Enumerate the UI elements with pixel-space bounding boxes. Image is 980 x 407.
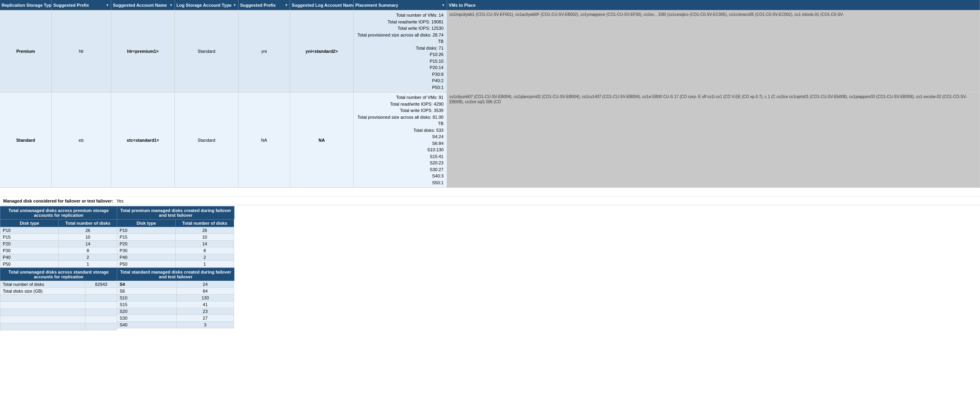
table-row: S40 3	[117, 322, 234, 328]
cell-prefix-standard: xtc	[52, 93, 111, 187]
table-row: P20 14	[0, 241, 117, 247]
table-row: S20 23	[117, 308, 234, 315]
col-header-vms[interactable]: VMs to Place	[447, 0, 980, 10]
placement-summary-premium: Total number of VMs: 14 Total read/write…	[354, 10, 447, 92]
bottom-sub-tables: Total unmanaged disks across standard st…	[0, 268, 980, 330]
col-disk-type-2: Disk type	[117, 220, 176, 227]
spreadsheet: Replication Storage Type ▼ Suggested Pre…	[0, 0, 980, 407]
table-row: S30 27	[117, 315, 234, 322]
premium-unmanaged-table: Total unmanaged disks across premium sto…	[0, 206, 117, 268]
col-header-replication[interactable]: Replication Storage Type ▼	[0, 0, 52, 10]
table-row	[0, 295, 117, 302]
premium-managed-table: Total premium managed disks created duri…	[117, 206, 234, 268]
table-row	[0, 302, 117, 309]
col-total-disks-2: Total number of disks	[176, 220, 234, 227]
table-row: P40 2	[117, 254, 234, 261]
cell-log-prefix-standard: NA	[238, 93, 290, 187]
table-row: P30 8	[117, 247, 234, 254]
col-header-log-storage[interactable]: Log Storage Account Type ▼	[175, 0, 238, 10]
empty-row	[0, 188, 980, 197]
vms-premium: co1mpcitywb1 (CO1-CU-SV-EF001), co1acity…	[447, 10, 980, 92]
standard-unmanaged-table: Total unmanaged disks across standard st…	[0, 268, 117, 330]
cell-log-account-name-standard: NA	[290, 93, 354, 187]
filter-icon[interactable]: ▼	[233, 3, 236, 7]
cell-replication-standard: Standard	[0, 93, 52, 187]
placement-summary-standard: Total number of VMs: 91 Total read/write…	[354, 93, 447, 187]
top-sub-tables: Total unmanaged disks across premium sto…	[0, 206, 980, 268]
cell-prefix-premium: hlr	[52, 10, 111, 92]
col-header-prefix1[interactable]: Suggested Prefix ▼	[52, 0, 111, 10]
table-row	[0, 323, 117, 330]
data-row-standard: Standard xtc xtc<standard1> Standard NA …	[0, 93, 980, 188]
cell-replication-premium: Premium	[0, 10, 52, 92]
table-row: P30 8	[0, 247, 117, 254]
table-row: Total disks size (GB)	[0, 288, 117, 295]
table-row	[0, 309, 117, 316]
standard-unmanaged-header: Total unmanaged disks across standard st…	[0, 268, 117, 281]
col-disk-type: Disk type	[0, 220, 59, 227]
table-row: P10 26	[117, 227, 234, 234]
cell-log-storage-standard: Standard	[175, 93, 238, 187]
table-row: P15 10	[117, 234, 234, 241]
table-row: P40 2	[0, 254, 117, 261]
table-row: P20 14	[117, 241, 234, 247]
filter-icon[interactable]: ▼	[169, 3, 173, 7]
table-row: P50 1	[0, 261, 117, 268]
table-row: P15 10	[0, 234, 117, 241]
premium-unmanaged-header: Total unmanaged disks across premium sto…	[0, 206, 117, 219]
cell-account-name-premium: hlr<premium1>	[111, 10, 175, 92]
filter-icon[interactable]: ▼	[106, 3, 109, 7]
managed-disk-label: Managed disk considered for failover or …	[3, 199, 113, 203]
cell-log-storage-premium: Standard	[175, 10, 238, 92]
vms-standard: co1cityunb07 (CO1-CU-SV-EB004), co1qlanc…	[447, 93, 980, 187]
col-header-log-account-name[interactable]: Suggested Log Account Name ▼	[290, 0, 354, 10]
sub-tables-section: Total unmanaged disks across premium sto…	[0, 206, 980, 330]
table-row: S6 84	[117, 288, 234, 295]
managed-disk-value: Yes	[116, 199, 124, 203]
header-row: Replication Storage Type ▼ Suggested Pre…	[0, 0, 980, 10]
col-total-disks: Total number of disks	[59, 220, 117, 227]
table-row: P10 26	[0, 227, 117, 234]
table-row: S4 24	[117, 281, 234, 288]
cell-log-prefix-premium: yni	[238, 10, 290, 92]
col-header-prefix2[interactable]: Suggested Prefix ▼	[238, 0, 290, 10]
standard-managed-header: Total standard managed disks created dur…	[117, 268, 234, 281]
col-header-account-name[interactable]: Suggested Account Name ▼	[111, 0, 175, 10]
col-header-placement[interactable]: Placement Summary ▼	[354, 0, 447, 10]
cell-account-name-standard: xtc<standard1>	[111, 93, 175, 187]
table-row: S10 130	[117, 295, 234, 301]
data-row-premium: Premium hlr hlr<premium1> Standard yni y…	[0, 10, 980, 93]
table-row	[0, 316, 117, 323]
cell-log-account-name-premium: yni<standard2>	[290, 10, 354, 92]
filter-icon[interactable]: ▼	[442, 3, 445, 7]
table-row: S15 41	[117, 301, 234, 308]
filter-icon[interactable]: ▼	[285, 3, 288, 7]
standard-managed-table: Total standard managed disks created dur…	[117, 268, 234, 330]
table-row: Total number of disks 82943	[0, 281, 117, 288]
table-row: P50 1	[117, 261, 234, 268]
managed-disk-row: Managed disk considered for failover or …	[0, 197, 980, 205]
premium-managed-header: Total premium managed disks created duri…	[117, 206, 234, 219]
